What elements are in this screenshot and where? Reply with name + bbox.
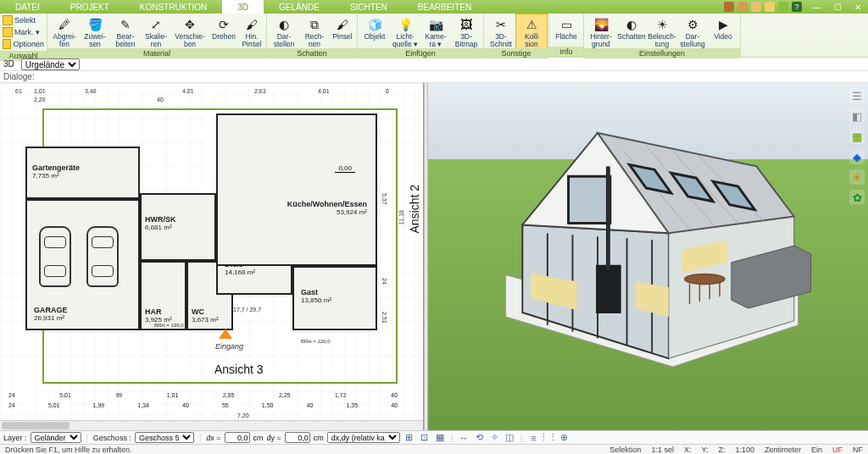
room-hwr[interactable]: HWR/SK6,681 m² xyxy=(140,193,216,261)
sun-icon[interactable]: ☀ xyxy=(849,169,865,185)
hin-pinsel-button[interactable]: 🖌Hin. Pinsel xyxy=(239,14,264,48)
3d-view[interactable]: ☰ ◧ ▦ ◆ ☀ ✿ xyxy=(428,83,868,430)
tab-projekt[interactable]: PROJEKT xyxy=(55,0,125,14)
room-garage[interactable]: GARAGE26,931 m² xyxy=(25,199,140,330)
furniture-icon[interactable]: ◧ xyxy=(849,108,865,124)
close-button[interactable]: ✕ xyxy=(848,0,868,14)
room-gartengeraete[interactable]: Gartengeräte7,735 m² xyxy=(25,147,140,199)
ansicht-3-label: Ansicht 3 xyxy=(214,363,264,376)
tool-icon-i[interactable]: ⋮⋮ xyxy=(542,432,554,444)
tool-icon-c[interactable]: ▦ xyxy=(434,432,446,444)
house-model[interactable] xyxy=(481,111,815,389)
bottom-toolbar: Layer : Geländer | Geschoss : Geschoss 5… xyxy=(0,430,868,444)
video-button[interactable]: ▶Video xyxy=(708,14,738,41)
flaeche-button[interactable]: ▭Fläche xyxy=(551,14,581,41)
mark-dropdown[interactable]: Mark. ▾ xyxy=(3,27,44,37)
select-button[interactable]: Selekt xyxy=(3,15,44,25)
room-har[interactable]: HAR3,925 m² xyxy=(140,261,186,330)
tab-sichten[interactable]: SICHTEN xyxy=(335,0,403,14)
zuweisen-button[interactable]: 🪣Zuwei- sen xyxy=(80,14,110,48)
beleuchtung-button[interactable]: ☀Beleuch- tung xyxy=(647,14,677,48)
tool-icon-e[interactable]: ⟲ xyxy=(473,432,485,444)
helper-icon-4[interactable] xyxy=(765,2,775,12)
kollision-button[interactable]: ⚠Kolli sion xyxy=(516,14,547,48)
window-helper-icons: ? xyxy=(724,0,807,14)
entrance-marker xyxy=(219,329,232,339)
geschoss-select[interactable]: Geschoss 5 xyxy=(135,432,194,443)
tool-icon-g[interactable]: ◫ xyxy=(504,432,515,444)
help-icon[interactable]: ? xyxy=(792,2,802,12)
layers-icon[interactable]: ☰ xyxy=(849,88,865,103)
group-label-einstellungen: Einstellungen xyxy=(584,48,740,58)
lichtquelle-button[interactable]: 💡Licht- quelle ▾ xyxy=(390,14,420,48)
skalieren-button[interactable]: ⤢Skalie- ren xyxy=(141,14,171,48)
terrain-select[interactable]: Urgelände xyxy=(21,58,80,70)
ansicht-2-label: Ansicht 2 xyxy=(408,185,421,234)
helper-icon-1[interactable] xyxy=(724,2,734,12)
layer-select[interactable]: Geländer xyxy=(31,432,81,443)
schatten-settings-button[interactable]: ◐Schatten xyxy=(616,14,647,41)
schnitt3d-button[interactable]: ✂3D- Schnitt xyxy=(486,14,516,48)
status-bar: Drücken Sie F1, um Hilfe zu erhalten. Se… xyxy=(0,444,868,454)
tab-konstruktion[interactable]: KONSTRUKTION xyxy=(125,0,222,14)
diamond-icon[interactable]: ◆ xyxy=(849,149,865,164)
rechnen-button[interactable]: ⧉Rech- nen xyxy=(299,14,330,48)
menu-bar: DATEI PROJEKT KONSTRUKTION 3D GELÄNDE SI… xyxy=(0,0,868,14)
svg-rect-20 xyxy=(606,166,610,270)
plan-hscroll[interactable] xyxy=(0,420,423,430)
ribbon-group-einfuegen: 🧊Objekt 💡Licht- quelle ▾ 📷Kame- ra ▾ 🖼3D… xyxy=(358,14,484,57)
dx-input[interactable] xyxy=(225,432,250,443)
verschieben-button[interactable]: ✥Verschie- ben xyxy=(171,14,209,48)
tool-icon-a[interactable]: ⊞ xyxy=(403,432,415,444)
ribbon-group-material: 🖉Abgrei- fen 🪣Zuwei- sen ✎Bear- beiten ⤢… xyxy=(47,14,267,57)
maximize-button[interactable]: ☐ xyxy=(827,0,848,14)
tab-3d[interactable]: 3D xyxy=(222,0,264,14)
ribbon-group-einstellungen: 🌄Hinter- grund ◐Schatten ☀Beleuch- tung … xyxy=(584,14,741,57)
ribbon-group-sonstige: ✂3D- Schnitt ⚠Kolli sion Sonstige xyxy=(484,14,549,57)
drehen-button[interactable]: ⟳Drehen xyxy=(209,14,239,41)
ribbon-group-schatten: ◐Dar- stellen ⧉Rech- nen 🖌Pinsel Schatte… xyxy=(267,14,358,57)
hintergrund-button[interactable]: 🌄Hinter- grund xyxy=(586,14,616,48)
abgreifen-button[interactable]: 🖉Abgrei- fen xyxy=(49,14,80,48)
tab-datei[interactable]: DATEI xyxy=(0,0,55,14)
group-label-info: Info xyxy=(549,47,583,57)
group-label-schatten: Schatten xyxy=(267,48,357,58)
ribbon: Selekt Mark. ▾ Optionen Auswahl 🖉Abgrei-… xyxy=(0,14,868,58)
tree-icon[interactable]: ✿ xyxy=(849,190,865,205)
tool-icon-f[interactable]: ✧ xyxy=(488,432,500,444)
coord-mode-select[interactable]: dx,dy (relativ ka xyxy=(327,432,400,443)
tool-icon-h[interactable]: ≡ xyxy=(527,432,539,444)
plan-view[interactable]: 61 1,01 3,46 4,01 2,63 4,01 0 2,26 40 Ga… xyxy=(0,83,424,430)
darstellung-button[interactable]: ⚙Dar- stellung xyxy=(677,14,708,48)
room-kueche-wohnen[interactable]: Küche/Wohnen/Essen53,924 m² 0,00 xyxy=(216,114,377,266)
tool-icon-d[interactable]: ↔ xyxy=(458,432,470,444)
tool-icon-b[interactable]: ⊡ xyxy=(419,432,431,444)
view-tool-strip: ☰ ◧ ▦ ◆ ☀ ✿ xyxy=(849,88,865,205)
workspace: 61 1,01 3,46 4,01 2,63 4,01 0 2,26 40 Ga… xyxy=(0,83,868,430)
mode-label: 3D xyxy=(3,59,14,69)
view-sub-bar: 3D Urgelände xyxy=(0,58,868,71)
helper-icon-2[interactable] xyxy=(737,2,748,12)
kamera-button[interactable]: 📷Kame- ra ▾ xyxy=(420,14,451,48)
tab-bearbeiten[interactable]: BEARBEITEN xyxy=(403,0,487,14)
tab-gelaende[interactable]: GELÄNDE xyxy=(264,0,335,14)
group-label-sonstige: Sonstige xyxy=(484,48,548,58)
svg-point-28 xyxy=(685,274,725,284)
pinsel-button[interactable]: 🖌Pinsel xyxy=(330,14,355,41)
grid-icon[interactable]: ▦ xyxy=(849,129,865,144)
room-gast[interactable]: Gast13,850 m² xyxy=(292,266,377,330)
darstellen-button[interactable]: ◐Dar- stellen xyxy=(269,14,299,48)
helper-icon-5[interactable] xyxy=(778,2,788,12)
status-hint: Drücken Sie F1, um Hilfe zu erhalten. xyxy=(5,446,132,454)
objekt-button[interactable]: 🧊Objekt xyxy=(359,14,390,41)
tool-icon-j[interactable]: ⊕ xyxy=(558,432,570,444)
dy-input[interactable] xyxy=(285,432,310,443)
svg-marker-18 xyxy=(569,176,610,223)
dialoge-bar: Dialoge: xyxy=(0,71,868,83)
optionen-button[interactable]: Optionen xyxy=(3,39,44,49)
minimize-button[interactable]: — xyxy=(807,0,827,14)
helper-icon-3[interactable] xyxy=(751,2,761,12)
svg-rect-19 xyxy=(596,265,621,313)
bearbeiten-button[interactable]: ✎Bear- beiten xyxy=(110,14,141,48)
bitmap3d-button[interactable]: 🖼3D- Bitmap xyxy=(451,14,481,48)
